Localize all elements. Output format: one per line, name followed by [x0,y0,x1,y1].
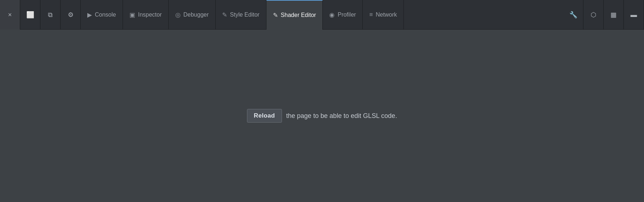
toolbar-spacer [404,0,563,29]
tab-profiler[interactable]: ◉ Profiler [323,0,363,30]
tab-debugger[interactable]: ◎ Debugger [169,0,216,30]
panel-icon: ▬ [631,11,637,19]
box-icon: ⬡ [591,11,596,19]
grid-button[interactable]: ▦ [604,0,624,30]
tab-console[interactable]: ▶ Console [81,0,123,30]
tools-icon: 🔧 [569,11,577,19]
copy-icon: ⧉ [48,11,53,19]
main-content: Reload the page to be able to edit GLSL … [0,30,644,202]
glsl-message: the page to be able to edit GLSL code. [286,112,397,120]
panel-button[interactable]: ▬ [624,0,644,30]
tab-debugger-label: Debugger [184,12,209,18]
tab-style-editor[interactable]: ✎ Style Editor [216,0,266,30]
tab-console-label: Console [95,12,116,18]
split-button[interactable]: ⬜ [20,0,40,30]
style-editor-icon: ✎ [222,11,227,19]
tab-shader-editor-label: Shader Editor [281,12,316,18]
tab-inspector-label: Inspector [138,12,162,18]
copy-button[interactable]: ⧉ [40,0,61,30]
tab-profiler-label: Profiler [338,12,356,18]
toolbar-right-icons: 🔧 ⬡ ▦ ▬ [563,0,644,29]
tools-button[interactable]: 🔧 [563,0,583,30]
toolbar: × ⬜ ⧉ ⚙ ▶ Console ▣ Inspector ◎ Debugger… [0,0,644,30]
split-icon: ⬜ [26,11,34,19]
close-icon: × [8,11,12,19]
tab-network-label: Network [376,12,397,18]
network-icon: ≡ [369,11,373,18]
settings-button[interactable]: ⚙ [61,0,81,30]
inspector-icon: ▣ [129,11,135,19]
tab-network[interactable]: ≡ Network [363,0,404,30]
reload-button[interactable]: Reload [247,109,282,123]
debugger-icon: ◎ [175,11,181,19]
tab-style-editor-label: Style Editor [230,12,260,18]
reload-message: Reload the page to be able to edit GLSL … [247,109,397,123]
box-button[interactable]: ⬡ [583,0,604,30]
tab-inspector[interactable]: ▣ Inspector [123,0,169,30]
grid-icon: ▦ [610,11,617,19]
console-icon: ▶ [87,11,92,19]
gear-icon: ⚙ [68,11,74,19]
tab-shader-editor[interactable]: ✎ Shader Editor [266,0,323,30]
close-button[interactable]: × [0,0,20,30]
profiler-icon: ◉ [329,11,335,19]
shader-editor-icon: ✎ [273,12,278,19]
devtools-window: × ⬜ ⧉ ⚙ ▶ Console ▣ Inspector ◎ Debugger… [0,0,644,202]
